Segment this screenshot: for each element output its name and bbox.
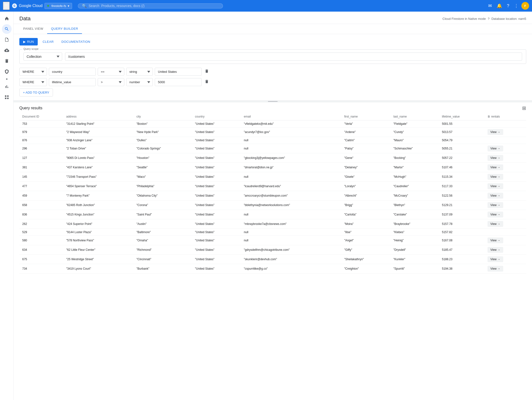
help-icon-button[interactable]: ?	[505, 1, 511, 10]
resizer-handle	[268, 101, 278, 102]
view-rentals-button[interactable]: View →	[488, 237, 503, 243]
table-cell-rentals: View →	[485, 236, 526, 245]
rail-security-icon[interactable]	[2, 67, 12, 76]
table-cell: "Mauro"	[391, 137, 439, 144]
table-cell: 477	[19, 182, 63, 191]
col-header-last-name: last_name	[391, 113, 439, 120]
table-cell: "4515 Kings Junction"	[63, 210, 134, 219]
where-clause-1-delete-button[interactable]	[204, 68, 210, 75]
table-cell: 381	[19, 163, 63, 172]
panel-resizer[interactable]	[14, 100, 532, 102]
rail-upload-icon[interactable]	[2, 45, 12, 55]
table-cell: "71546 Transport Pass"	[63, 172, 134, 182]
query-scope-label: Query scope	[22, 47, 39, 50]
view-rentals-button[interactable]: View →	[488, 256, 503, 262]
tab-query-builder[interactable]: QUERY BUILDER	[47, 24, 82, 34]
table-cell: "United States"	[192, 264, 241, 274]
scope-type-select[interactable]: Collection Collection group	[23, 52, 62, 61]
table-cell: "Patsy"	[341, 144, 390, 153]
page-header: Data Cloud Firestore in Native mode ? Da…	[14, 12, 532, 24]
notification-icon-button[interactable]: 🔔	[495, 1, 504, 10]
where-clause-2-field-input[interactable]	[49, 78, 96, 86]
rail-grid-icon[interactable]	[2, 92, 12, 102]
hamburger-menu-button[interactable]: ☰	[3, 2, 10, 10]
table-cell: 5157.82	[439, 229, 485, 236]
table-cell: "Burbank"	[133, 264, 192, 274]
tabs-bar: PANEL VIEW QUERY BUILDER	[14, 24, 532, 34]
db-help-icon[interactable]: ?	[488, 17, 489, 21]
table-cell: 634	[19, 245, 63, 255]
table-cell: "Austin"	[133, 219, 192, 229]
results-header: Query results ⊞	[19, 102, 526, 113]
table-cell: 5057.22	[439, 153, 485, 163]
left-rail	[0, 12, 14, 400]
rail-delete-icon[interactable]	[2, 56, 12, 66]
table-cell: null	[241, 229, 341, 236]
view-rentals-button[interactable]: View →	[488, 202, 503, 208]
view-rentals-button[interactable]: View →	[488, 155, 503, 161]
view-rentals-button[interactable]: View →	[488, 174, 503, 180]
tab-panel-view[interactable]: PANEL VIEW	[19, 24, 47, 34]
where-clause-2-operator-select[interactable]: == != < <= > >=	[98, 78, 124, 86]
where-clause-1-type-select[interactable]: WHERE ORDER BY LIMIT	[19, 68, 47, 76]
email-icon-button[interactable]: ✉	[486, 1, 494, 10]
table-cell: "skunklerir@devhub.com"	[241, 255, 341, 264]
view-rentals-button[interactable]: View →	[488, 129, 503, 135]
run-button[interactable]: ▶ RUN	[19, 38, 38, 45]
col-header-document-id: Document ID	[19, 113, 63, 120]
table-cell: 5115.34	[439, 172, 485, 182]
where-clause-1-value-input[interactable]	[155, 68, 202, 76]
view-rentals-button[interactable]: View →	[488, 193, 503, 199]
clear-button[interactable]: CLEAR	[40, 38, 57, 45]
table-cell: 5167.08	[439, 236, 485, 245]
view-rentals-button[interactable]: View →	[488, 266, 503, 272]
table-row: 262"424 Superior Point""Austin""United S…	[19, 219, 526, 229]
table-cell: "Oklahoma City"	[133, 191, 192, 200]
table-cell: "Saint Paul"	[133, 210, 192, 219]
view-rentals-button[interactable]: View →	[488, 221, 503, 227]
where-clause-2-type-type-select[interactable]: string number boolean null	[126, 78, 153, 86]
documentation-button[interactable]: DOCUMENTATION	[59, 38, 93, 45]
table-cell: "Corona"	[133, 200, 192, 210]
table-cell: 262	[19, 219, 63, 229]
table-cell: "United States"	[192, 200, 241, 210]
where-clause-1-operator-select[interactable]: == != < <= > >=	[98, 68, 124, 76]
rail-home-icon[interactable]	[2, 14, 12, 23]
scope-path-input[interactable]	[65, 52, 522, 61]
rail-analytics-icon[interactable]	[2, 82, 12, 91]
table-cell: "New Hyde Park"	[133, 127, 192, 137]
table-cell: "Dulles"	[133, 137, 192, 144]
table-cell: "Cincinnati"	[133, 255, 192, 264]
table-cell: "United States"	[192, 137, 241, 144]
search-input[interactable]	[89, 4, 219, 8]
view-rentals-button[interactable]: View →	[488, 212, 503, 217]
view-rentals-button[interactable]: View →	[488, 164, 503, 170]
table-cell: "Braybrooke"	[391, 219, 439, 229]
view-rentals-button[interactable]: View →	[488, 146, 503, 151]
table-cell: 753	[19, 120, 63, 127]
where-clause-2-type-select[interactable]: WHERE ORDER BY LIMIT	[19, 78, 47, 86]
table-cell: "Houston"	[133, 153, 192, 163]
table-cell: "Klebes"	[391, 229, 439, 236]
view-rentals-button[interactable]: View →	[488, 183, 503, 189]
table-cell: "3419 Lyons Court"	[63, 264, 134, 274]
where-clause-2-delete-button[interactable]	[204, 78, 210, 86]
where-clause-2: WHERE ORDER BY LIMIT == != < <= > >= str…	[19, 78, 526, 86]
rail-docs-icon[interactable]	[2, 35, 12, 44]
rail-search-icon[interactable]	[2, 24, 12, 34]
more-options-icon-button[interactable]: ⋮	[512, 1, 520, 10]
where-clause-2-value-input[interactable]	[155, 78, 202, 86]
add-to-query-button[interactable]: + ADD TO QUERY	[19, 89, 53, 96]
scope-row: Collection Collection group	[23, 52, 522, 61]
where-clause-1-field-input[interactable]	[49, 68, 96, 76]
table-cell-rentals: View →	[485, 219, 526, 229]
table-cell: "United States"	[192, 153, 241, 163]
avatar[interactable]: F	[521, 2, 529, 10]
project-selector[interactable]: firestofe-fs ▾	[44, 3, 72, 9]
results-columns-icon[interactable]: ⊞	[522, 105, 526, 111]
view-rentals-button[interactable]: View →	[488, 247, 503, 253]
table-cell: "Cundy"	[391, 127, 439, 137]
where-clause-1-type-type-select[interactable]: string number boolean null	[126, 68, 153, 76]
results-title: Query results	[19, 106, 42, 110]
table-cell: null	[241, 137, 341, 144]
